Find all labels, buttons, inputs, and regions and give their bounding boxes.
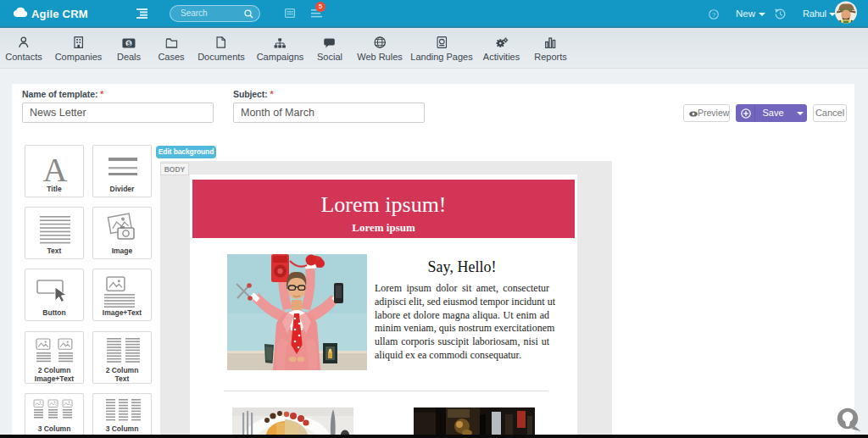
svg-text:?: ?	[712, 11, 716, 19]
svg-text:$: $	[127, 40, 131, 47]
svg-text:A: A	[43, 151, 68, 185]
